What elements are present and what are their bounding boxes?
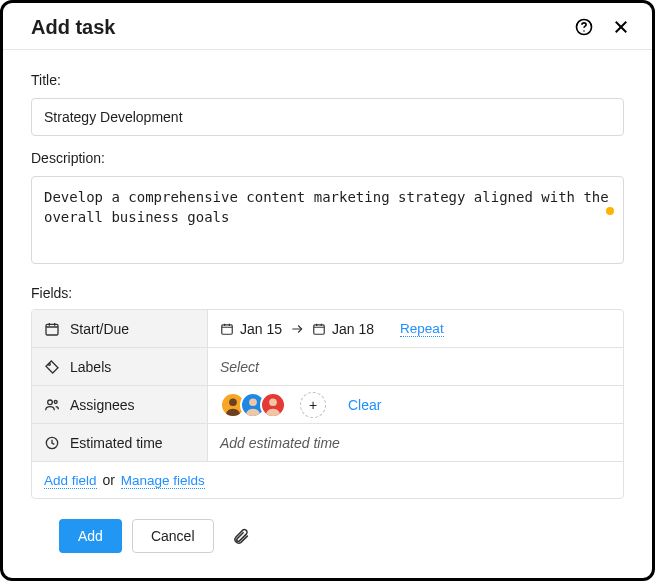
or-text: or [102,472,114,488]
field-name-estimated: Estimated time [32,424,208,461]
svg-rect-13 [314,324,325,333]
clear-assignees-link[interactable]: Clear [348,397,381,413]
close-button[interactable] [610,16,632,38]
calendar-icon [44,321,60,337]
title-input[interactable] [31,98,624,136]
field-row-assignees: Assignees + [32,386,623,424]
svg-point-22 [269,398,277,406]
svg-point-20 [229,398,237,406]
person-icon [262,394,284,416]
field-name-labels: Labels [32,348,208,385]
svg-point-18 [48,400,53,405]
field-row-estimated: Estimated time Add estimated time [32,424,623,462]
add-field-link[interactable]: Add field [44,473,97,489]
field-row-start-due: Start/Due Jan 15 Jan 18 Repeat [32,310,623,348]
field-value-labels[interactable]: Select [208,348,623,385]
arrow-right-icon [290,322,304,336]
people-icon [44,397,60,413]
calendar-mini-icon [312,322,326,336]
svg-rect-4 [46,324,58,335]
field-label: Estimated time [70,435,163,451]
svg-point-21 [249,398,257,406]
manage-fields-link[interactable]: Manage fields [121,473,205,489]
help-icon [574,17,594,37]
add-assignee-button[interactable]: + [300,392,326,418]
avatar[interactable] [260,392,286,418]
unsaved-indicator-icon [606,207,614,215]
field-value-estimated[interactable]: Add estimated time [208,424,623,461]
modal-title: Add task [31,16,115,39]
title-label: Title: [31,72,624,88]
modal-header: Add task [3,3,652,50]
paperclip-icon [232,527,250,545]
modal-footer: Add Cancel [31,519,624,573]
field-label: Labels [70,359,111,375]
field-value-assignees: + Clear [208,386,623,423]
assignee-avatars [220,392,286,418]
calendar-mini-icon [220,322,234,336]
add-task-modal: Add task Title: Description: [0,0,655,581]
svg-point-19 [54,400,57,403]
close-icon [612,18,630,36]
fields-table: Start/Due Jan 15 Jan 18 Repeat [31,309,624,499]
plus-icon: + [309,397,317,413]
estimated-placeholder: Add estimated time [220,435,340,451]
cancel-button[interactable]: Cancel [132,519,214,553]
attach-button[interactable] [228,523,254,549]
field-label: Start/Due [70,321,129,337]
help-button[interactable] [572,15,596,39]
modal-body: Title: Description: Fields: Start/Due [3,50,652,581]
field-value-start-due[interactable]: Jan 15 Jan 18 Repeat [208,310,623,347]
description-wrap [31,176,624,267]
header-actions [572,15,632,39]
add-button[interactable]: Add [59,519,122,553]
start-date-text: Jan 15 [240,321,282,337]
fields-footer-links: Add field or Manage fields [32,462,623,498]
start-date[interactable]: Jan 15 [220,321,282,337]
field-name-start-due: Start/Due [32,310,208,347]
svg-point-17 [48,363,50,365]
description-input[interactable] [31,176,624,264]
field-name-assignees: Assignees [32,386,208,423]
due-date-text: Jan 18 [332,321,374,337]
repeat-link[interactable]: Repeat [400,321,444,337]
fields-caption: Fields: [31,285,624,301]
due-date[interactable]: Jan 18 [312,321,374,337]
description-label: Description: [31,150,624,166]
labels-placeholder: Select [220,359,259,375]
svg-rect-8 [222,324,233,333]
field-row-labels: Labels Select [32,348,623,386]
tag-icon [44,359,60,375]
svg-point-1 [583,30,585,32]
clock-icon [44,435,60,451]
field-label: Assignees [70,397,135,413]
